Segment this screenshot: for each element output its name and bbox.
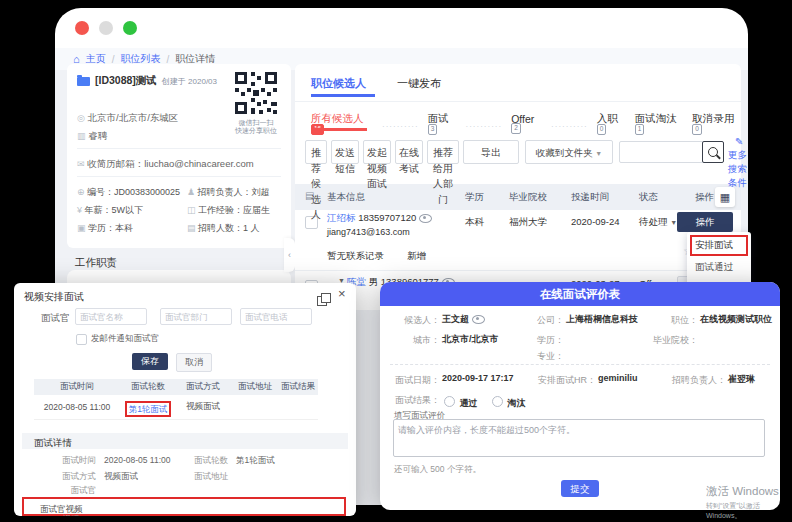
notify-email-checkbox[interactable] [76,334,87,345]
expand-icon[interactable] [317,296,327,306]
result-label: 面试结果： [394,394,440,407]
windows-activation-watermark: 激活 Windows 转到“设置”以激活 Windows。 [706,484,792,521]
menu-item-schedule-interview[interactable]: 安排面试 [690,235,748,256]
eye-icon[interactable] [472,315,485,324]
collapse-panel-handle[interactable]: ‹ [284,238,295,272]
col-interview-round: 面试轮数 [120,381,176,393]
divider [390,364,770,365]
watermark-line2: 转到“设置”以激活 Windows。 [706,501,792,521]
eye-icon[interactable] [419,214,432,223]
active-tab-underline [311,94,375,97]
maximize-traffic-light[interactable] [123,21,137,35]
person-icon: ♟ [187,187,195,197]
start-video-interview-button[interactable]: 发起视频面试 [363,140,391,164]
city-label: 城市： [394,334,440,347]
interviewer-name-input[interactable] [75,308,147,325]
interview-date-label: 面试日期： [388,374,440,387]
recommend-candidate-button[interactable]: 推荐候选人 [305,140,327,164]
subtab-offer-cancelled[interactable]: 取消录用0 [692,112,741,140]
recommend-to-department-button[interactable]: 推荐给用人部门 [427,140,459,164]
headcount-label: 招聘人数： [198,223,243,233]
export-button[interactable]: 导出 [463,140,519,164]
cell-school: 福州大学 [509,216,547,229]
tab-job-candidates[interactable]: 职位候选人 [311,76,366,91]
save-to-folder-select[interactable]: 收藏到文件夹 ▼ [525,140,613,164]
col-degree: 学历 [465,191,484,204]
interview-time: 2020-08-05 11:00 [34,402,120,412]
detail-interviewer-label: 面试官 [34,485,96,497]
interview-method: 视频面试 [176,401,230,413]
remaining-chars-text: 还可输入 500 个字符。 [394,464,481,476]
active-subtab-underline [311,128,367,131]
more-search-filters[interactable]: 更多搜索条件 [728,148,752,190]
salary-label: 年薪： [85,205,112,215]
interview-table-header: 面试时间 面试轮数 面试方式 面试地址 面试结果 [34,379,318,395]
interviewer-department-input[interactable] [160,308,232,325]
status-dropdown[interactable]: 待处理 ▼ [639,216,677,229]
subtab-onboard[interactable]: 入职0 [597,112,626,140]
no-contact-record-text: 暂无联系记录 [327,250,384,263]
result-pass-radio[interactable]: 通过 [444,392,477,410]
degree-value: 本科 [115,223,133,233]
subtab-dots: ·········· [382,122,419,131]
scheduler-value: geminiliu [598,373,638,383]
detail-method-value: 视频面试 [104,471,138,483]
job-id-value: JD00383000025 [114,187,180,197]
close-traffic-light[interactable] [75,21,89,35]
radio-icon [492,396,503,407]
col-interview-time: 面试时间 [34,381,120,393]
dialog-title: 视频安排面试 [24,290,84,304]
subtab-interview[interactable]: 面试3 [428,112,457,140]
interview-detail-title: 面试详情 [34,437,72,448]
interview-round-link[interactable]: 第1轮面试 [125,401,172,417]
minimize-traffic-light[interactable] [99,21,113,35]
subtab-dots: ·········· [551,122,588,131]
salary-icon: ¥ [77,205,82,215]
candidate-value: 王文超 [442,313,485,326]
cancel-button[interactable]: 取消 [176,353,212,372]
cancelled-count-badge: 0 [692,124,702,136]
result-reject-radio[interactable]: 淘汰 [492,392,525,410]
add-contact-record-link[interactable]: 新增 [407,250,426,263]
search-input[interactable] [619,141,705,163]
candidate-label: 候选人： [394,314,440,327]
resume-email-label: 收简历邮箱： [87,158,144,169]
company-label: 公司： [524,314,564,327]
menu-item-interview-pass[interactable]: 面试通过 [690,256,748,276]
recruiter-value: 崔翌琳 [728,373,755,386]
evaluation-textarea[interactable] [393,419,765,457]
online-exam-button[interactable]: 在线考试 [395,140,423,164]
duties-section-title: 工作职责 [75,256,117,270]
candidate-name-link[interactable]: 江绍标 [327,212,356,223]
major-label: 专业： [524,350,564,363]
qr-code [233,70,279,116]
save-button[interactable]: 保存 [132,353,168,370]
interviewer-phone-input[interactable] [240,308,312,325]
col-actions: 操作 [695,191,714,204]
qr-caption-line2: 快速分享职位 [227,126,285,136]
schedule-interview-dialog: 视频安排面试 × 面试官 发邮件通知面试官 保存 取消 面试时间 面试轮数 面试… [14,283,356,516]
table-row[interactable]: 江绍标 18359707120 jiang7413@163.com 本科 福州大… [295,210,741,246]
subtab-interview-rejected[interactable]: 面试淘汰1 [635,112,684,140]
job-created-date: 创建于 2020/03 [162,76,217,87]
divider [295,270,741,271]
row-action-button[interactable]: 操作 [677,212,733,232]
search-button[interactable] [702,141,724,163]
location-icon: ◎ [77,113,85,123]
submit-button[interactable]: 提交 [561,480,599,497]
table-header: ▤ 基本信息 学历 毕业院校 投递时间 状态 操作 ▦ [295,184,741,210]
close-icon[interactable]: × [338,286,346,301]
job-company: 睿聘 [88,130,107,141]
job-location: 北京市/北京市/东城区 [88,112,179,123]
subtab-all-candidates[interactable]: 所有候选人16 [311,112,373,140]
tab-one-click-publish[interactable]: 一键发布 [397,76,441,91]
school-label: 毕业院校： [652,334,698,347]
screen: ⌂ 主页 / 职位列表 / 职位详情 [ID3088]测试 创建于 2020/0… [0,0,792,522]
cell-apply-date: 2020-09-24 [571,216,620,227]
subtab-offer[interactable]: Offer2 [511,113,542,139]
candidate-gender: 男 [369,276,379,287]
send-sms-button[interactable]: 发送短信 [331,140,359,164]
column-settings-icon[interactable]: ▦ [715,187,735,207]
experience-icon: ◫ [187,205,196,215]
pencil-icon[interactable]: ✎ [735,136,743,147]
